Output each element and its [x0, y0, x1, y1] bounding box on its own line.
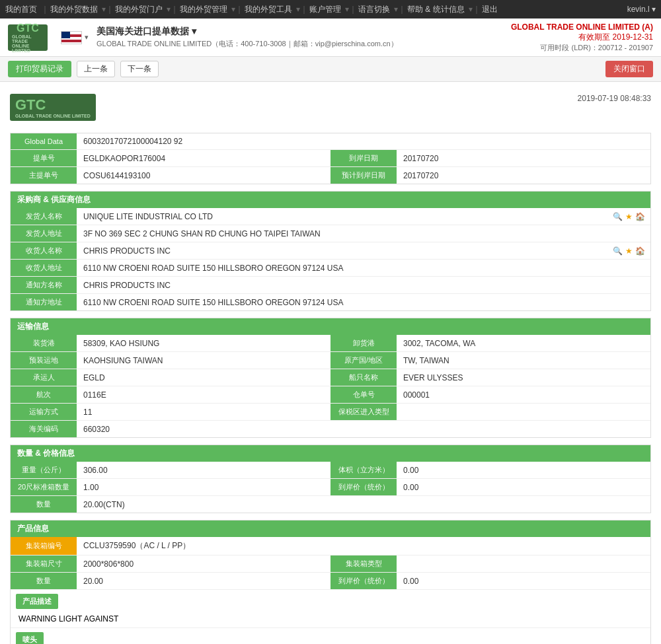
nav-portal[interactable]: 我的外贸门户	[115, 4, 163, 15]
flag-area: ▾	[61, 31, 89, 44]
customs-row: 海关编码 660320	[11, 421, 650, 437]
nav-help[interactable]: 帮助 & 统计信息	[407, 4, 465, 15]
star-icon[interactable]: ★	[625, 212, 633, 221]
container-no-product-value: CCLU3759590（AC / L / PP）	[77, 537, 650, 555]
consignee-addr-label: 收货人地址	[11, 260, 77, 276]
consignee-name-label: 收货人名称	[11, 242, 77, 259]
customs-label: 海关编码	[11, 421, 77, 437]
carrier-value: EGLD	[77, 369, 330, 386]
star-icon-2[interactable]: ★	[625, 246, 633, 256]
product-quantity-value: 20.00	[77, 573, 330, 589]
logo: GTC GLOBAL TRADEONLINE LIMITED	[8, 24, 48, 51]
document-header: GTC GLOBAL TRADE ONLINE LIMITED 2019-07-…	[10, 89, 651, 126]
container20-row: 20尺标准箱数量 1.00 到岸价（统价） 0.00	[11, 479, 650, 496]
container-type-label: 集装箱类型	[330, 555, 397, 572]
brand-name: GLOBAL TRADE ONLINE LIMITED (A)	[511, 22, 653, 32]
nav-tools[interactable]: 我的外贸工具	[245, 4, 292, 15]
account-info: GLOBAL TRADE ONLINE LIMITED (A) 有效期至 201…	[511, 22, 653, 53]
container-no-value: 000001	[397, 386, 650, 403]
nav-trade-data[interactable]: 我的外贸数据	[50, 4, 98, 15]
container-type-value	[397, 555, 650, 572]
estimated-arrival-label: 预计到岸日期	[330, 167, 397, 184]
nav-account[interactable]: 账户管理	[309, 4, 341, 15]
notify-addr-value: 6110 NW CROENI ROAD SUITE 150 HILLSBORO …	[77, 294, 650, 310]
master-bill-row: 主提单号 COSU6144193100 预计到岸日期 20170720	[11, 167, 650, 184]
vessel-label: 船只名称	[330, 369, 397, 386]
nav-logout[interactable]: 退出	[482, 4, 498, 15]
product-desc-label: 产品描述	[16, 594, 58, 609]
voyage-label: 航次	[11, 386, 77, 403]
product-desc-row: 产品描述 WARNING LIGHT AGAINST	[11, 590, 650, 628]
product-section-header: 产品信息	[11, 520, 650, 537]
shipper-addr-row: 发货人地址 3F NO 369 SEC 2 CHUNG SHAN RD CHUN…	[11, 225, 650, 242]
quantity-section: 数量 & 价格信息 重量（公斤） 306.00 体积（立方米） 0.00 20尺…	[10, 445, 651, 513]
page-title: 美国海关进口提单数据 ▾	[97, 26, 511, 38]
home-icon[interactable]: 🏠	[635, 212, 645, 221]
nav-language[interactable]: 语言切换	[358, 4, 390, 15]
prev-button[interactable]: 上一条	[77, 61, 115, 77]
container-size-label: 集装箱尺寸	[11, 555, 77, 572]
search-icon-2[interactable]: 🔍	[613, 246, 623, 256]
product-desc-value: WARNING LIGHT AGAINST	[11, 612, 650, 627]
nav-management[interactable]: 我的外贸管理	[180, 4, 227, 15]
preloading-row: 预装运地 KAOHSIUNG TAIWAN 原产国/地区 TW, TAIWAN	[11, 352, 650, 369]
home-icon-2[interactable]: 🏠	[635, 246, 645, 256]
quantity-label: 数量	[11, 496, 77, 513]
preloading-value: KAOHSIUNG TAIWAN	[77, 352, 330, 369]
loading-port-label: 装货港	[11, 335, 77, 351]
dest-price-label: 到岸价（统价）	[330, 479, 397, 495]
close-button[interactable]: 关闭窗口	[605, 61, 653, 77]
voyage-value: 0116E	[77, 386, 330, 403]
carrier-row: 承运人 EGLD 船只名称 EVER ULYSSES	[11, 369, 650, 386]
product-dest-price-label: 到岸价（统价）	[330, 573, 397, 589]
notify-name-value: CHRIS PRODUCTS INC	[77, 277, 650, 293]
page-subtitle: GLOBAL TRADE ONLINE LIMITED（电话：400-710-3…	[97, 39, 511, 49]
notify-name-row: 通知方名称 CHRIS PRODUCTS INC	[11, 277, 650, 294]
volume-value: 0.00	[397, 462, 650, 478]
shipper-name-label: 发货人名称	[11, 208, 77, 225]
flag-label: ▾	[85, 33, 89, 42]
container20-label: 20尺标准箱数量	[11, 479, 77, 495]
weight-label: 重量（公斤）	[11, 462, 77, 478]
estimated-arrival-value: 20170720	[397, 167, 650, 184]
dest-price-value: 0.00	[397, 479, 650, 495]
carrier-label: 承运人	[11, 369, 77, 386]
us-flag	[61, 31, 82, 44]
consignee-name-value: CHRIS PRODUCTS INC	[77, 242, 613, 259]
transport-mode-value: 11	[77, 404, 330, 420]
shipper-addr-label: 发货人地址	[11, 225, 77, 242]
marks-label: 唛头	[16, 632, 44, 644]
logo-area: GTC GLOBAL TRADEONLINE LIMITED	[8, 24, 48, 51]
quantity-section-header: 数量 & 价格信息	[11, 445, 650, 462]
volume-label: 体积（立方米）	[330, 462, 397, 478]
user-info[interactable]: kevin.l ▾	[627, 5, 656, 14]
container20-value: 1.00	[77, 479, 330, 495]
ports-row: 装货港 58309, KAO HSIUNG 卸货港 3002, TACOMA, …	[11, 335, 650, 352]
bill-no-value: EGLDKAOPOR176004	[77, 150, 330, 166]
transport-section: 运输信息 装货港 58309, KAO HSIUNG 卸货港 3002, TAC…	[10, 318, 651, 438]
main-content: GTC GLOBAL TRADE ONLINE LIMITED 2019-07-…	[0, 82, 661, 644]
top-toolbar: 打印贸易记录 上一条 下一条 关闭窗口	[0, 57, 661, 82]
product-section: 产品信息 集装箱编号 CCLU3759590（AC / L / PP） 集装箱尺…	[10, 520, 651, 644]
origin-value: TW, TAIWAN	[397, 352, 650, 369]
weight-row: 重量（公斤） 306.00 体积（立方米） 0.00	[11, 462, 650, 479]
shipper-icons: 🔍 ★ 🏠	[613, 208, 650, 225]
next-button[interactable]: 下一条	[120, 61, 159, 77]
doc-logo: GTC GLOBAL TRADE ONLINE LIMITED	[10, 94, 96, 121]
master-bill-value: COSU6144193100	[77, 167, 330, 184]
product-quantity-row: 数量 20.00 到岸价（统价） 0.00	[11, 573, 650, 590]
shipper-section: 采购商 & 供应商信息 发货人名称 UNIQUE LITE INDUSTRIAL…	[10, 191, 651, 311]
header-title-area: 美国海关进口提单数据 ▾ GLOBAL TRADE ONLINE LIMITED…	[97, 26, 511, 49]
consignee-addr-value: 6110 NW CROENI ROAD SUITE 150 HILLSBORO …	[77, 260, 650, 276]
transport-mode-label: 运输方式	[11, 404, 77, 420]
loading-port-value: 58309, KAO HSIUNG	[77, 335, 330, 351]
container-size-value: 2000*806*800	[77, 555, 330, 572]
print-button[interactable]: 打印贸易记录	[8, 61, 71, 77]
nav-home[interactable]: 我的首页	[5, 4, 37, 15]
customs-value: 660320	[77, 421, 650, 437]
validity-date: 有效期至 2019-12-31	[511, 32, 653, 43]
timestamp: 2019-07-19 08:48:33	[578, 94, 651, 103]
container-no-label: 仓单号	[330, 386, 397, 403]
search-icon[interactable]: 🔍	[613, 212, 623, 221]
product-dest-price-value: 0.00	[397, 573, 650, 589]
